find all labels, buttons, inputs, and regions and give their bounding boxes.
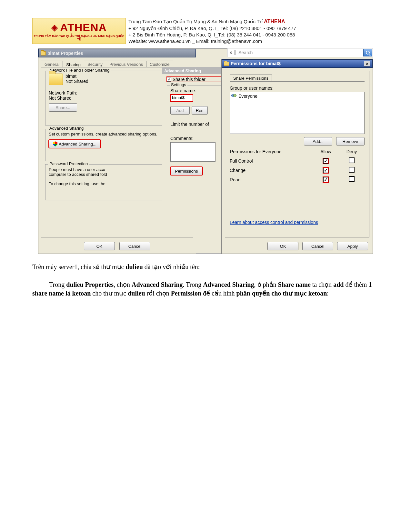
adv-remove-button[interactable]: Ren — [192, 106, 208, 115]
allow-header: Allow — [313, 149, 339, 156]
adv-btn-label: Advanced Sharing... — [59, 142, 96, 146]
perm-cancel-button[interactable]: Cancel — [302, 242, 333, 250]
perm-title-text: Permissions for bimat$ — [231, 61, 364, 66]
big-folder-icon — [49, 74, 63, 85]
perm-apply-button[interactable]: Apply — [337, 242, 368, 250]
perm-remove-button[interactable]: Remove — [336, 137, 365, 146]
magnifier-icon — [366, 51, 370, 55]
folder-icon — [41, 51, 46, 55]
screenshot-area: × Search bimat Properties General Sharin… — [38, 48, 373, 254]
properties-title: bimat Properties — [47, 51, 83, 56]
limit-label: Limit the number of — [170, 122, 218, 127]
advanced-sharing-button[interactable]: Advanced Sharing... — [49, 140, 101, 148]
share-name-input[interactable]: bimat$ — [170, 95, 193, 102]
checkbox-icon: ✓ — [167, 77, 171, 82]
share-button[interactable]: Share... — [49, 103, 77, 112]
header-info: Trung Tâm Đào Tạo Quản Trị Mạng & An Nin… — [128, 18, 296, 45]
hdr-line1a: Trung Tâm Đào Tạo Quản Trị Mạng & An Nin… — [128, 19, 264, 24]
comments-label: Comments: — [170, 136, 218, 141]
share-this-folder-checkbox[interactable]: ✓ Share this folder — [167, 77, 222, 82]
adv-permissions-button[interactable]: Permissions — [170, 167, 203, 175]
comments-input[interactable] — [170, 142, 216, 162]
perm-tab[interactable]: Share Permissions — [230, 75, 272, 82]
users-icon — [231, 94, 237, 98]
hdr-line2: + 92 Nguyễn Đình Chiểu, P. Đa Kao, Q. I_… — [128, 25, 296, 32]
properties-titlebar: bimat Properties — [38, 49, 196, 57]
share-this-label: Share this folder — [173, 77, 206, 82]
permissions-dialog: Permissions for bimat$ × Share Permissio… — [221, 59, 373, 254]
password-legend: Password Protection — [48, 161, 89, 166]
properties-tabs: General Sharing Security Previous Versio… — [41, 61, 173, 67]
hdr-line3: + 2 Bis Đinh Tiên Hoàng, P. Đa Kao, Q. I… — [128, 32, 296, 38]
full-allow-checkbox[interactable] — [323, 158, 329, 164]
adv-titlebar: Advanced Sharing — [162, 67, 225, 74]
read-deny-checkbox[interactable] — [349, 176, 355, 182]
perm-for-label: Permissions for Everyone — [230, 149, 313, 156]
folder-name: bimat — [65, 74, 88, 79]
perm-add-button[interactable]: Add... — [304, 137, 332, 146]
user-everyone[interactable]: Everyone — [238, 94, 257, 99]
props-cancel-button[interactable]: Cancel — [119, 242, 150, 250]
hdr-line4: Website: www.athena.edu.vn _ Email: trai… — [128, 38, 296, 45]
shield-icon — [53, 141, 57, 146]
folder-icon — [224, 62, 229, 66]
search-input[interactable]: Search — [236, 50, 363, 55]
advanced-sharing-dialog: Advanced Sharing ✓ Share this folder Set… — [162, 67, 225, 228]
tab-general[interactable]: General — [41, 61, 63, 67]
adv-add-button[interactable]: Add — [170, 106, 190, 115]
search-button[interactable] — [363, 49, 372, 56]
perm-row-full: Full Control — [230, 156, 313, 166]
group-user-label: Group or user names: — [230, 85, 365, 91]
athena-logo: ◈ ATHENA TRUNG TÂM ĐÀO TẠO QUẢN TRỊ MẠNG… — [32, 18, 126, 44]
share-name-label: Share name: — [170, 88, 218, 93]
tab-security[interactable]: Security — [84, 61, 106, 67]
hdr-line1b: ATHENA — [264, 19, 285, 24]
logo-text: ATHENA — [60, 21, 107, 34]
page-header: ◈ ATHENA TRUNG TÂM ĐÀO TẠO QUẢN TRỊ MẠNG… — [32, 18, 379, 45]
logo-subtext: TRUNG TÂM ĐÀO TẠO QUẢN TRỊ MẠNG & AN NIN… — [33, 35, 125, 41]
change-deny-checkbox[interactable] — [349, 167, 355, 173]
user-list[interactable]: Everyone — [230, 92, 365, 134]
perm-titlebar: Permissions for bimat$ × — [222, 59, 373, 68]
tab-previous-versions[interactable]: Previous Versions — [106, 61, 146, 67]
read-allow-checkbox[interactable] — [323, 177, 329, 183]
adv-sharing-legend: Advanced Sharing — [48, 126, 85, 131]
tab-sharing[interactable]: Sharing — [63, 61, 84, 68]
paragraph-1: Trên máy server1, chia sẻ thư mục dulieu… — [32, 263, 379, 271]
change-allow-checkbox[interactable] — [323, 167, 329, 173]
learn-permissions-link[interactable]: Learn about access control and permissio… — [230, 220, 318, 225]
full-deny-checkbox[interactable] — [349, 157, 355, 163]
search-clear-icon[interactable]: × — [227, 50, 235, 55]
perm-close-button[interactable]: × — [364, 61, 370, 66]
deny-header: Deny — [339, 149, 365, 156]
paragraph-2: Trong dulieu Properties, chọn Advanced S… — [32, 280, 379, 298]
search-bar: × Search — [227, 48, 373, 57]
perm-row-change: Change — [230, 166, 313, 175]
share-status: Not Shared — [65, 79, 88, 84]
settings-legend: Settings — [170, 82, 187, 87]
props-ok-button[interactable]: OK — [84, 242, 115, 250]
perm-ok-button[interactable]: OK — [267, 242, 298, 250]
tab-customize[interactable]: Customize — [146, 61, 173, 67]
network-sharing-legend: Network File and Folder Sharing — [48, 68, 111, 73]
perm-row-read: Read — [230, 175, 313, 184]
